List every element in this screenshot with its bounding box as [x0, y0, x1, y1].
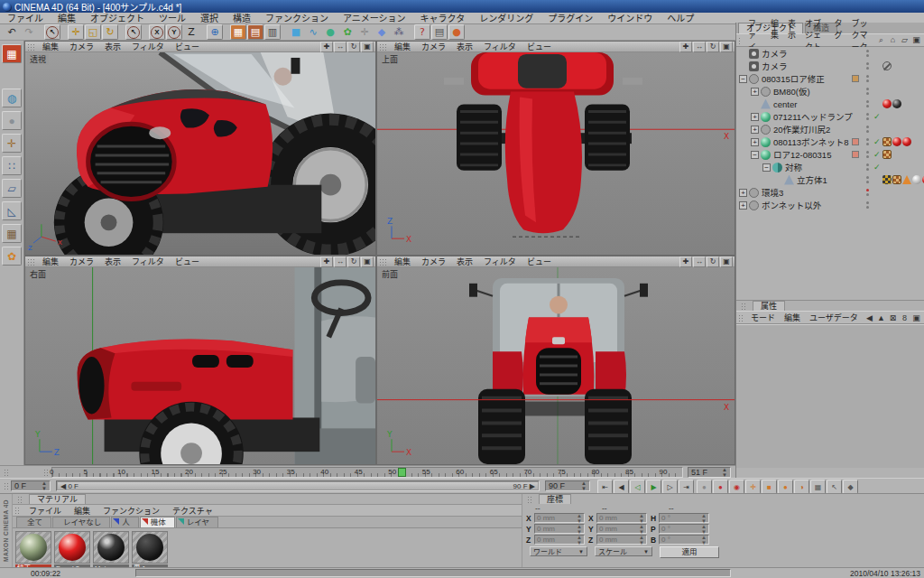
history-up-icon[interactable]: ▲ — [876, 313, 886, 322]
pan-view-icon[interactable]: ✚ — [320, 42, 333, 52]
material-manager-tab[interactable]: マテリアル — [29, 494, 86, 504]
visibility-dots[interactable] — [864, 201, 870, 209]
viewport-menu-item[interactable]: フィルタ — [478, 41, 522, 52]
editor-visibility-dot[interactable] — [866, 113, 869, 116]
render-view-icon[interactable]: ▦ — [230, 24, 246, 40]
home-icon[interactable]: ⌂ — [888, 35, 898, 45]
menubar-item[interactable]: キャラクタ — [413, 13, 473, 24]
enable-check[interactable]: ✓ — [873, 112, 882, 121]
object-tree-row[interactable]: +環境3 — [736, 186, 924, 199]
coordinate-field[interactable]: 0 mm▲▼ — [596, 535, 647, 545]
render-visibility-dot[interactable] — [866, 155, 869, 158]
autokeying-button[interactable]: ● — [713, 480, 728, 494]
material-layer-tab[interactable]: 人 — [111, 517, 139, 527]
record-position-button[interactable]: ✛ — [745, 480, 761, 494]
expand-toggle-icon[interactable]: + — [739, 189, 747, 197]
menubar-item[interactable]: ヘルプ — [660, 13, 701, 24]
next-frame-button[interactable]: ▷ — [662, 480, 678, 494]
range-start-field[interactable]: 0 F ▲▼ — [11, 480, 51, 491]
spinner-arrows-icon[interactable]: ▲▼ — [577, 524, 582, 535]
apply-button[interactable]: 適用 — [660, 546, 719, 558]
visibility-dots[interactable] — [864, 62, 870, 70]
snap-button[interactable]: ◆ — [843, 480, 858, 494]
coordinate-field[interactable]: 0 mm▲▼ — [534, 524, 585, 534]
zoom-view-icon[interactable]: ↔ — [693, 256, 706, 267]
mocca-icon[interactable]: ● — [448, 24, 465, 40]
preview-range-bar[interactable]: ◀ 0 F 90 F ▶ — [58, 482, 538, 489]
model-mode-icon[interactable]: ● — [2, 111, 22, 130]
layer-color-chip[interactable] — [852, 151, 859, 158]
viewport-menu-item[interactable]: 表示 — [99, 41, 126, 52]
visibility-dots[interactable] — [864, 100, 870, 107]
zoom-view-icon[interactable]: ↔ — [693, 42, 706, 52]
visibility-dots[interactable] — [864, 176, 870, 183]
render-visibility-dot[interactable] — [866, 181, 869, 183]
material-layer-tab[interactable]: 機体 — [140, 517, 175, 527]
expand-toggle-icon[interactable]: + — [751, 126, 759, 134]
add-environment-icon[interactable]: ◆ — [374, 24, 390, 40]
menubar-item[interactable]: プラグイン — [541, 13, 600, 24]
goto-start-button[interactable]: ⇤ — [597, 480, 613, 494]
viewport-menu-item[interactable]: 表示 — [451, 41, 478, 52]
viewport-menu-item[interactable]: カメラ — [64, 256, 99, 267]
expand-toggle-icon[interactable]: + — [751, 138, 759, 146]
render-visibility-dot[interactable] — [866, 130, 869, 133]
uvw-tag-icon[interactable] — [882, 175, 892, 184]
help-manager-icon[interactable]: ▤ — [431, 24, 448, 40]
expand-toggle-icon[interactable]: + — [739, 201, 747, 210]
editor-visibility-dot[interactable] — [866, 189, 869, 191]
editor-visibility-dot[interactable] — [866, 75, 869, 78]
enable-check[interactable]: ✓ — [873, 150, 882, 159]
viewport-menu-item[interactable]: カメラ — [64, 41, 99, 52]
drag-grip[interactable] — [17, 496, 23, 503]
spinner-arrows-icon[interactable]: ▲▼ — [639, 513, 644, 524]
editor-visibility-dot[interactable] — [866, 201, 869, 204]
drag-grip[interactable] — [4, 482, 10, 489]
object-tree-row[interactable]: −ロア12-080315✓ — [736, 148, 924, 161]
viewport-menu-item[interactable]: フィルタ — [126, 256, 170, 267]
filter-icon[interactable]: ▱ — [900, 35, 910, 45]
move-tool-icon[interactable]: ✛ — [68, 24, 84, 40]
drag-grip[interactable] — [4, 469, 10, 476]
viewport-canvas[interactable]: X Z X — [377, 52, 735, 255]
editor-visibility-dot[interactable] — [866, 100, 869, 103]
new-panel-icon[interactable]: ▣ — [911, 313, 921, 322]
object-tree-row[interactable]: center — [736, 98, 924, 110]
viewport-menu-item[interactable]: フィルタ — [126, 41, 170, 52]
visibility-dots[interactable] — [864, 50, 870, 57]
current-frame-marker[interactable] — [398, 468, 406, 477]
add-array-icon[interactable]: ✿ — [339, 24, 356, 40]
lock-z-axis-icon[interactable]: Z — [183, 24, 199, 40]
prev-key-button[interactable]: ◀ — [614, 480, 629, 494]
viewport-menu-item[interactable]: ビュー — [170, 256, 205, 267]
editor-visibility-dot[interactable] — [866, 151, 869, 154]
edges-mode-icon[interactable]: ▱ — [2, 179, 22, 198]
viewport-menu-item[interactable]: 編集 — [37, 256, 64, 267]
editor-visibility-dot[interactable] — [866, 176, 869, 179]
enable-check[interactable]: ✓ — [873, 163, 882, 172]
play-button[interactable]: ▶ — [646, 480, 661, 494]
viewport-menu-item[interactable]: カメラ — [416, 41, 451, 52]
material-layer-tab[interactable]: レイヤなし — [52, 517, 110, 527]
live-selection-icon[interactable]: ↖ — [44, 24, 60, 40]
render-active-icon[interactable]: ▤ — [247, 24, 263, 40]
coordinate-field[interactable]: 0 °▲▼ — [659, 513, 709, 523]
solo-button[interactable]: ↖ — [827, 480, 842, 494]
coordinate-system-icon[interactable]: ⊕ — [207, 24, 223, 40]
spinner-arrows-icon[interactable]: ▲▼ — [581, 480, 587, 491]
object-tree-row[interactable]: +ボンネット以外 — [736, 199, 924, 211]
range-left-handle[interactable]: ◀ 0 F — [60, 482, 79, 490]
toggle-view-icon[interactable]: ▣ — [720, 42, 733, 52]
viewport-menu-item[interactable]: フィルタ — [478, 256, 522, 267]
pan-view-icon[interactable]: ✚ — [320, 256, 333, 267]
drag-grip[interactable] — [14, 507, 21, 514]
spinner-arrows-icon[interactable]: ▲▼ — [701, 513, 707, 524]
mat-black-tag-icon[interactable] — [892, 99, 901, 108]
viewport-layout-icon[interactable]: ▦ — [2, 44, 22, 63]
visibility-dots[interactable] — [864, 189, 870, 196]
drag-grip[interactable] — [741, 303, 747, 310]
spinner-arrows-icon[interactable]: ▲▼ — [722, 467, 727, 478]
editor-visibility-dot[interactable] — [866, 163, 869, 166]
drag-grip[interactable] — [43, 469, 50, 476]
add-spline-icon[interactable]: ∿ — [305, 24, 321, 40]
